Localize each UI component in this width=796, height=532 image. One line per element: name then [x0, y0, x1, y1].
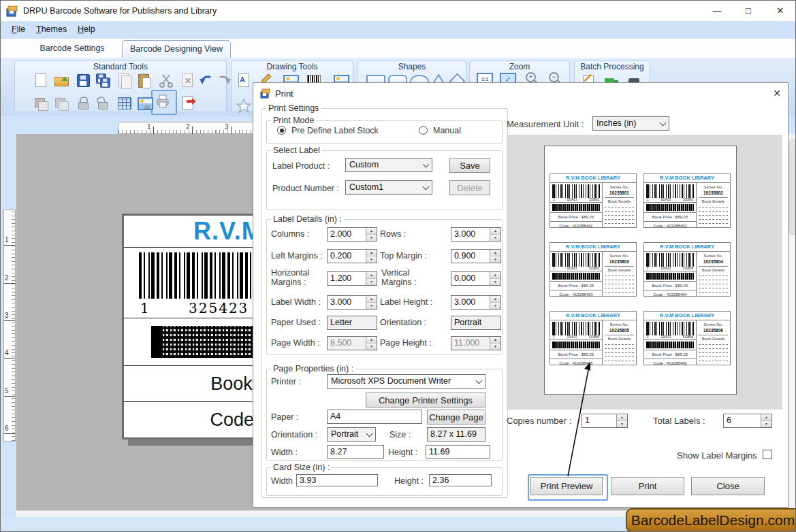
zoom-in-icon[interactable]: +: [526, 72, 536, 82]
spin-up-icon[interactable]: ▲: [366, 272, 377, 279]
tab-barcode-designing-view[interactable]: Barcode Designing View: [122, 40, 231, 58]
spin-down-icon[interactable]: ▼: [366, 235, 377, 241]
minimize-button[interactable]: —: [703, 1, 731, 21]
group-legend: Card Size (in) :: [271, 463, 332, 472]
spin-up-icon[interactable]: ▲: [490, 250, 500, 256]
field-label: Vertical Margins :: [381, 268, 429, 287]
spin-up-icon[interactable]: ▲: [366, 250, 377, 256]
dialog-close-icon[interactable]: ✕: [769, 86, 784, 100]
group-standard-tools: Standard Tools ✕: [14, 61, 227, 112]
spin-up-icon[interactable]: ▲: [490, 296, 500, 303]
window-title: DRPU Barcode Software for Publishers and…: [23, 6, 217, 16]
menu-bar: File Themes Help: [1, 21, 796, 39]
label-product-combo[interactable]: Custom: [345, 158, 432, 172]
preview-barcode-digits: 1325423510803: [550, 267, 602, 271]
send-back-icon[interactable]: [53, 95, 69, 111]
spin-down-icon[interactable]: ▼: [761, 421, 771, 427]
show-label-margins-label: Show Label Margins: [677, 450, 757, 461]
printer-combo[interactable]: Microsoft XPS Document Writer: [327, 374, 485, 389]
show-label-margins-checkbox[interactable]: [763, 450, 772, 459]
menu-themes[interactable]: Themes: [33, 24, 69, 34]
height-input[interactable]: 11.69: [426, 445, 490, 459]
spin-down-icon[interactable]: ▼: [366, 279, 377, 285]
horizontal-margins-spinner[interactable]: 1.200▲▼: [327, 271, 377, 286]
lock-icon[interactable]: [75, 95, 91, 111]
grid-icon[interactable]: [116, 95, 132, 111]
new-icon[interactable]: [33, 72, 49, 88]
print-icon[interactable]: [155, 93, 171, 110]
spin-down-icon[interactable]: ▼: [366, 303, 377, 309]
close-button[interactable]: ✕: [767, 1, 794, 21]
preview-code: Code : 413288464: [644, 290, 696, 297]
save-button[interactable]: Save: [449, 158, 490, 173]
ruler-number: 2: [186, 123, 190, 131]
copy-icon[interactable]: [116, 72, 132, 88]
cut-icon[interactable]: [158, 72, 174, 88]
menu-help[interactable]: Help: [75, 24, 98, 34]
text-tool-icon[interactable]: A: [236, 72, 252, 88]
zoom-out-icon[interactable]: −: [549, 72, 559, 82]
top-margin-spinner[interactable]: 0.900▲▼: [451, 249, 501, 263]
maximize-button[interactable]: □: [735, 1, 762, 21]
spin-down-icon[interactable]: ▼: [366, 256, 377, 263]
measurement-unit-combo[interactable]: Inches (in): [592, 116, 669, 131]
group-legend: Page Properties (in) :: [271, 364, 355, 373]
width-input[interactable]: 8.27: [327, 445, 384, 459]
series-no-label: Series No.: [703, 254, 722, 258]
save-icon[interactable]: [75, 72, 91, 88]
total-labels-spinner[interactable]: 6▲▼: [723, 414, 772, 428]
open-icon[interactable]: [53, 72, 69, 88]
card-width-input[interactable]: 3.93: [296, 474, 378, 486]
spin-down-icon[interactable]: ▼: [490, 235, 500, 241]
radio-label[interactable]: Manual: [433, 126, 461, 135]
close-dialog-button[interactable]: Close: [691, 477, 765, 495]
columns-spinner[interactable]: 2.000▲▼: [327, 227, 377, 242]
menu-file[interactable]: File: [9, 24, 28, 34]
spin-up-icon[interactable]: ▲: [366, 296, 377, 303]
preview-barcode-bars: [552, 322, 600, 335]
product-number-combo[interactable]: Custom1: [345, 180, 432, 195]
save-all-icon[interactable]: [95, 72, 111, 88]
unlock-icon[interactable]: [95, 95, 111, 111]
rows-spinner[interactable]: 3.000▲▼: [451, 227, 501, 242]
radio-label[interactable]: Pre Define Label Stock: [291, 126, 379, 135]
print-preview-button[interactable]: Print Preview: [530, 477, 603, 495]
spin-down-icon[interactable]: ▼: [490, 256, 500, 263]
change-printer-settings-button[interactable]: Change Printer Settings: [366, 393, 485, 408]
spin-down-icon[interactable]: ▼: [490, 279, 500, 285]
spin-down-icon[interactable]: ▼: [617, 421, 627, 427]
spin-up-icon[interactable]: ▲: [761, 414, 771, 421]
paper-input[interactable]: A4: [327, 410, 422, 424]
image-preview-icon[interactable]: [136, 95, 153, 111]
spin-up-icon[interactable]: ▲: [366, 228, 377, 235]
delete-icon[interactable]: ✕: [179, 72, 195, 88]
left-margins-spinner[interactable]: 0.200▲▼: [327, 249, 377, 263]
tab-barcode-settings[interactable]: Barcode Settings: [28, 44, 116, 53]
delete-button[interactable]: Delete: [449, 180, 490, 195]
radio-manual[interactable]: [419, 126, 428, 135]
spin-down-icon[interactable]: ▼: [490, 303, 500, 309]
label-width-spinner[interactable]: 3.000▲▼: [327, 295, 377, 310]
undo-icon[interactable]: [197, 72, 214, 88]
spin-up-icon[interactable]: ▲: [617, 414, 627, 421]
spin-up-icon[interactable]: ▲: [490, 228, 500, 235]
change-page-button[interactable]: Change Page: [427, 410, 485, 425]
paste-icon[interactable]: [136, 72, 153, 88]
vertical-margins-spinner[interactable]: 0.000▲▼: [451, 271, 501, 286]
bring-front-icon[interactable]: [33, 95, 49, 111]
scrollbar-thumb[interactable]: [789, 139, 796, 235]
combo-value: Custom1: [349, 182, 383, 192]
vertical-scrollbar[interactable]: [789, 134, 796, 510]
measurement-unit-label: Measurement Unit :: [507, 119, 584, 129]
label-height-spinner[interactable]: 3.000▲▼: [451, 295, 501, 310]
star-shape-icon[interactable]: [236, 98, 252, 114]
print-button[interactable]: Print: [611, 477, 684, 495]
orientation-combo[interactable]: Portrait: [327, 427, 376, 442]
spin-up-icon[interactable]: ▲: [490, 272, 500, 279]
radio-pre-define-label-stock[interactable]: [277, 126, 286, 135]
card-height-input[interactable]: 2.36: [429, 474, 492, 486]
preview-code: Code : 413288462: [644, 221, 696, 228]
preview-2d-barcode: [646, 204, 694, 211]
preview-label: R.V.M BOOK LIBRARY 1325423510805 Book Pr…: [550, 311, 637, 365]
exit-icon[interactable]: [180, 95, 196, 111]
